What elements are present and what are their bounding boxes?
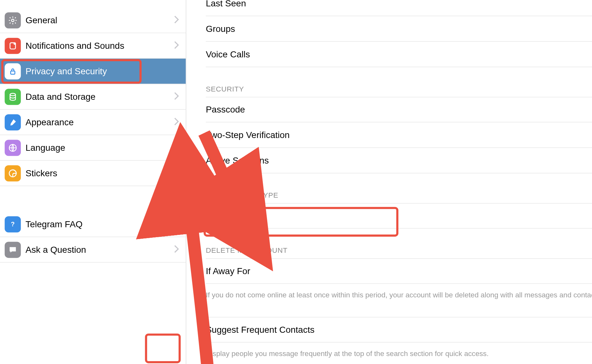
database-icon [5,89,21,105]
suggest-footnote: Display people you message frequently at… [206,348,592,359]
row-active-sessions[interactable]: Active Sessions [206,148,592,173]
sidebar-item-privacy[interactable]: Privacy and Security [0,59,186,84]
lock-icon [5,63,21,79]
svg-point-9 [12,249,13,250]
sidebar-item-label: Notifications and Sounds [26,40,124,51]
sidebar-item-label: General [26,15,57,25]
sidebar-item-data[interactable]: Data and Storage [0,84,186,110]
globe-icon [5,140,21,156]
question-icon: ? [5,216,21,232]
row-label: Groups [206,24,235,34]
row-label: If Away For [206,266,250,276]
svg-rect-3 [11,71,15,74]
sidebar-item-label: Language [26,142,65,153]
section-delete-header: Delete My Account [206,246,592,255]
chevron-right-icon [174,117,179,127]
chevron-right-icon [174,168,179,178]
sidebar-item-language[interactable]: Language [0,135,186,161]
sidebar-item-stickers[interactable]: Stickers [0,161,186,186]
row-if-away-for[interactable]: If Away For [206,258,592,284]
sidebar-item-general[interactable]: General [0,8,186,33]
brush-icon [5,114,21,130]
svg-point-8 [11,249,12,250]
svg-point-10 [13,249,14,250]
row-label: Passcode [206,105,245,115]
sidebar-item-faq[interactable]: ? Telegram FAQ [0,212,186,237]
row-label: Two-Step Verification [206,130,290,140]
row-two-step[interactable]: Two-Step Verification [206,122,592,148]
gear-icon [5,12,21,28]
chevron-right-icon [174,15,179,25]
bell-icon [5,38,21,54]
svg-point-4 [10,93,15,95]
row-label: Active Sessions [206,155,269,165]
sidebar-item-ask[interactable]: Ask a Question [0,237,186,263]
app-root: General Notifications and Sounds Privacy… [0,0,592,364]
row-groups[interactable]: Groups [206,16,592,42]
svg-point-0 [11,19,14,21]
row-label: Suggest Frequent Contacts [206,324,314,335]
section-connection-header: Connection Type [206,191,592,200]
delete-footnote: If you do not come online at least once … [206,290,592,301]
privacy-settings-panel: Last Seen Groups Voice Calls Security Pa… [186,0,592,364]
svg-text:?: ? [11,220,15,227]
sidebar-item-appearance[interactable]: Appearance [0,110,186,135]
chevron-right-icon [174,244,179,255]
svg-point-2 [13,42,16,44]
chat-icon [5,242,21,258]
settings-sidebar: General Notifications and Sounds Privacy… [0,0,186,364]
chevron-right-icon [174,40,179,51]
row-label: Use Proxy [206,211,247,221]
row-suggest-contacts[interactable]: Suggest Frequent Contacts [206,317,592,342]
row-label: Voice Calls [206,49,250,59]
chevron-right-icon [174,219,179,229]
row-last-seen[interactable]: Last Seen [206,0,592,16]
row-passcode[interactable]: Passcode [206,97,592,122]
row-voice-calls[interactable]: Voice Calls [206,42,592,67]
chevron-right-icon [174,142,179,153]
chevron-right-icon [174,91,179,102]
sidebar-item-label: Data and Storage [26,91,95,102]
section-security-header: Security [206,85,592,94]
row-use-proxy[interactable]: Use Proxy Disabled [206,203,592,229]
sidebar-item-label: Telegram FAQ [26,219,83,229]
sidebar-scroll: General Notifications and Sounds Privacy… [0,0,186,364]
sidebar-item-label: Appearance [26,117,74,127]
sidebar-item-label: Privacy and Security [26,66,107,76]
sticker-icon [5,165,21,181]
sidebar-item-label: Ask a Question [26,244,86,255]
sidebar-item-label: Stickers [26,168,57,178]
sidebar-item-notifications[interactable]: Notifications and Sounds [0,33,186,59]
row-label: Last Seen [206,0,246,8]
